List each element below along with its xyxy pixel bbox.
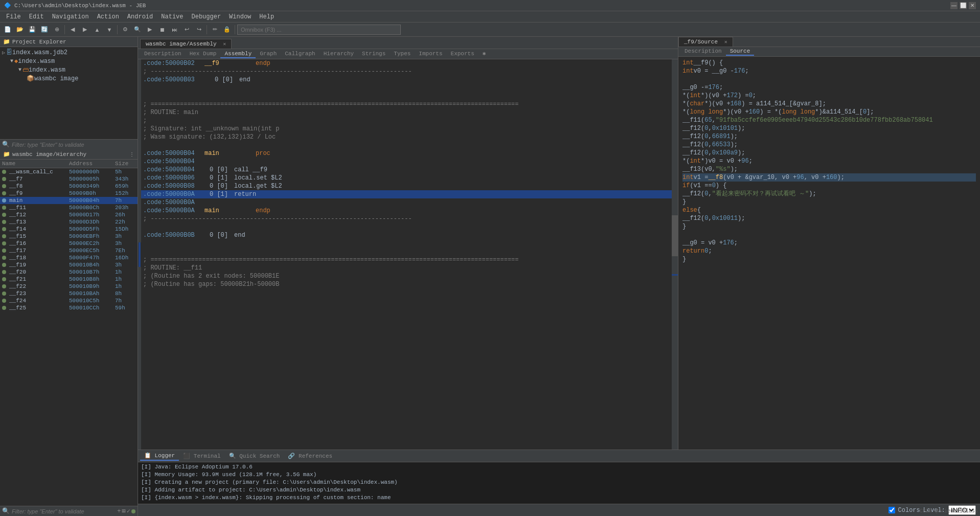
log-area[interactable]: [I] Java: Eclipse Adoptium 17.0.6[I] Mem… <box>138 462 980 504</box>
asm-line[interactable]: ; (Routine has 2 exit nodes: 50000B1E <box>141 272 672 280</box>
subtab-exports[interactable]: Exports <box>447 50 478 58</box>
scroll-thumb[interactable] <box>672 215 678 256</box>
toolbar-save[interactable]: 💾 <box>27 24 38 35</box>
toolbar-btn11[interactable]: 🔒 <box>221 24 233 35</box>
menu-android[interactable]: Android <box>123 12 157 21</box>
toolbar-btn5[interactable]: ▶ <box>144 24 155 35</box>
window-controls[interactable]: — ⬜ ✕ <box>950 2 976 9</box>
assembly-tab[interactable]: wasmbc image/Assembly ✕ <box>140 39 232 49</box>
assembly-code-content[interactable]: .code:50000B02 __f9endp; ---------------… <box>141 59 672 450</box>
toolbar-btn8[interactable]: ↩ <box>181 24 192 35</box>
subtab-assembly[interactable]: Assembly <box>220 50 256 58</box>
table-row[interactable]: __f19 500010B4h 3h <box>0 261 138 268</box>
hierarchy-add-icon[interactable]: + <box>117 508 121 515</box>
asm-line[interactable]: .code:50000B0A0 [1]return <box>141 190 672 198</box>
table-row[interactable]: __f15 50000EBFh 3h <box>0 233 138 240</box>
colors-checkbox[interactable] <box>888 507 895 513</box>
asm-line[interactable]: .code:50000B040 [0]call __f9 <box>141 166 672 174</box>
table-row[interactable]: __f17 50000EC5h 7Eh <box>0 247 138 254</box>
asm-line[interactable]: ; --------------------------------------… <box>141 68 672 76</box>
assembly-code-area[interactable]: .code:50000B02 __f9endp; ---------------… <box>138 59 678 450</box>
table-row[interactable]: __f12 50000D17h 26h <box>0 211 138 218</box>
asm-line[interactable] <box>141 84 672 92</box>
maximize-button[interactable]: ⬜ <box>960 2 967 9</box>
subtab-hexdump[interactable]: Hex Dump <box>186 50 221 58</box>
assembly-scrollbar[interactable] <box>672 59 678 450</box>
menu-native[interactable]: Native <box>157 12 187 21</box>
hierarchy-check-icon[interactable]: ✓ <box>127 507 130 515</box>
close-button[interactable]: ✕ <box>969 2 976 9</box>
table-row[interactable]: __f8 50000349h 659h <box>0 183 138 190</box>
menu-window[interactable]: Window <box>225 12 255 21</box>
table-row[interactable]: __f7 50000005h 343h <box>0 175 138 183</box>
toolbar-btn2[interactable]: ⊕ <box>51 24 62 35</box>
menu-navigation[interactable]: Navigation <box>48 12 93 21</box>
tree-item-jdb2[interactable]: ▷ 🗄 index.wasm.jdb2 <box>0 48 138 57</box>
toolbar-btn6[interactable]: ⏹ <box>156 24 168 35</box>
subtab-extra[interactable]: ✱ <box>478 50 490 58</box>
toolbar-btn10[interactable]: ✏ <box>209 24 220 35</box>
asm-line[interactable]: ; ROUTINE: __f11 <box>141 264 672 272</box>
asm-line[interactable]: .code:50000B0A mainendp <box>141 207 672 215</box>
assembly-tab-close[interactable]: ✕ <box>223 41 226 47</box>
project-filter-input[interactable] <box>12 142 135 148</box>
src-subtab-source[interactable]: Source <box>726 48 755 56</box>
asm-line[interactable]: ; Wasm signature: (i32,i32)i32 / Loc <box>141 133 672 141</box>
toolbar-down[interactable]: ▼ <box>104 24 115 35</box>
asm-line[interactable]: .code:50000B060 [1]local.set $L2 <box>141 174 672 182</box>
asm-line[interactable] <box>141 248 672 256</box>
asm-line[interactable]: .code:50000B04 <box>141 158 672 166</box>
asm-line[interactable] <box>141 239 672 248</box>
table-row[interactable]: __f22 500010B9h 1h <box>0 283 138 290</box>
tree-item-wasm2[interactable]: ▼ 🗃 index.wasm <box>0 65 138 74</box>
tab-terminal[interactable]: ⬛ Terminal <box>179 452 224 460</box>
asm-line[interactable]: ; (Routine has gaps: 50000B21h-50000B <box>141 280 672 288</box>
table-row[interactable]: __f18 50000F47h 16Dh <box>0 254 138 261</box>
asm-line[interactable]: .code:50000B04 mainproc <box>141 149 672 158</box>
toolbar-new[interactable]: 📄 <box>2 24 13 35</box>
hierarchy-filter-input[interactable] <box>12 508 115 514</box>
source-code-area[interactable]: int __f9() { int v0 = __g0 - 176; __g0 -… <box>678 57 980 450</box>
table-row[interactable]: __f11 50000B0Ch 203h <box>0 204 138 211</box>
asm-line[interactable]: ; ROUTINE: main <box>141 108 672 117</box>
hierarchy-menu-icon[interactable]: ⋮ <box>129 151 134 158</box>
toolbar-open[interactable]: 📂 <box>14 24 26 35</box>
menu-debugger[interactable]: Debugger <box>188 12 225 21</box>
toolbar-btn3[interactable]: ⚙ <box>120 24 131 35</box>
table-row[interactable]: __f21 500010B8h 1h <box>0 276 138 283</box>
menu-edit[interactable]: Edit <box>25 12 48 21</box>
asm-line[interactable] <box>141 141 672 149</box>
asm-line[interactable]: .code:50000B030 [0]end <box>141 76 672 84</box>
toolbar-btn9[interactable]: ↪ <box>193 24 204 35</box>
src-subtab-description[interactable]: Description <box>680 48 726 56</box>
toolbar-forward[interactable]: ▶ <box>79 24 90 35</box>
table-row[interactable]: __f24 500010C5h 7h <box>0 297 138 304</box>
asm-line[interactable]: .code:50000B080 [0]local.get $L2 <box>141 182 672 190</box>
tree-item-wasmbc[interactable]: 📦 wasmbc image <box>0 74 138 83</box>
table-row[interactable]: __wasm_call_c 50000000h 5h <box>0 168 138 175</box>
asm-line[interactable]: ; ======================================… <box>141 100 672 108</box>
source-tab-close[interactable]: ✕ <box>724 39 727 45</box>
table-row[interactable]: __f23 500010BAh 8h <box>0 290 138 297</box>
table-row[interactable]: main 50000B04h 7h <box>0 197 138 204</box>
asm-line[interactable]: .code:50000B02 __f9endp <box>141 59 672 68</box>
asm-line[interactable]: ; --------------------------------------… <box>141 215 672 223</box>
tree-item-wasm1[interactable]: ▼ ◆ index.wasm <box>0 57 138 65</box>
table-row[interactable]: __f9 50009B0h 152h <box>0 190 138 197</box>
menu-file[interactable]: File <box>2 12 25 21</box>
toolbar-back[interactable]: ◀ <box>67 24 78 35</box>
table-row[interactable]: __f16 50000EC2h 3h <box>0 240 138 247</box>
subtab-callgraph[interactable]: Callgraph <box>281 50 319 58</box>
asm-line[interactable]: ; <box>141 117 672 125</box>
menu-action[interactable]: Action <box>93 12 123 21</box>
subtab-strings[interactable]: Strings <box>358 50 390 58</box>
asm-line[interactable] <box>141 92 672 100</box>
subtab-types[interactable]: Types <box>390 50 415 58</box>
toolbar-btn7[interactable]: ⏭ <box>169 24 180 35</box>
subtab-hierarchy[interactable]: Hierarchy <box>320 50 358 58</box>
table-row[interactable]: __f14 50000D5Fh 15Dh <box>0 226 138 233</box>
table-row[interactable]: __f13 50000D3Dh 22h <box>0 218 138 226</box>
toolbar-btn4[interactable]: 🔍 <box>132 24 143 35</box>
subtab-description[interactable]: Description <box>140 50 186 58</box>
omnibox-input[interactable] <box>237 25 401 35</box>
